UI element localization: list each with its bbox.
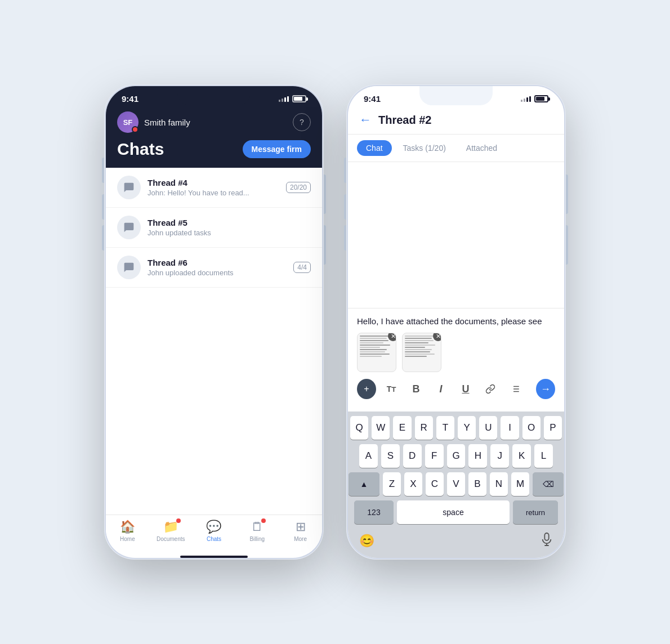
notch-1 <box>177 86 251 105</box>
thread-preview-4: John: Hello! You have to read... <box>148 189 279 197</box>
attachment-1: ✕ <box>357 333 396 372</box>
tab-attached[interactable]: Attached <box>457 140 506 156</box>
status-time-2: 9:41 <box>364 94 381 104</box>
keyboard-row-3: ▲ Z X C V B N M ⌫ <box>350 472 562 496</box>
thread-item-4[interactable]: Thread #4 John: Hello! You have to read.… <box>106 168 322 208</box>
svg-rect-6 <box>544 533 548 540</box>
thread-content-5: Thread #5 John updated tasks <box>148 218 311 237</box>
key-n[interactable]: N <box>490 472 508 496</box>
thread-badge-6: 4/4 <box>293 262 311 273</box>
thread-content-6: Thread #6 John uploaded documents <box>148 258 287 277</box>
status-time-1: 9:41 <box>122 94 139 104</box>
back-button[interactable]: ← <box>359 113 372 127</box>
key-j[interactable]: J <box>490 444 509 468</box>
thread-item-5[interactable]: Thread #5 John updated tasks <box>106 208 322 248</box>
tab-billing-label: Billing <box>249 536 265 542</box>
keyboard-row-2: A S D F G H J K L <box>350 444 562 468</box>
help-button[interactable]: ? <box>293 113 311 131</box>
tab-tasks[interactable]: Tasks (1/20) <box>394 140 455 156</box>
phone-1: 9:41 <box>104 84 324 560</box>
status-icons-1 <box>279 95 306 102</box>
avatar-status-dot <box>132 126 139 133</box>
tab-home[interactable]: 🏠 Home <box>106 520 149 542</box>
status-icons-2 <box>521 95 548 102</box>
chat-area <box>348 162 564 308</box>
keyboard-row-bottom: 123 space return <box>350 500 562 524</box>
key-u[interactable]: U <box>479 416 497 440</box>
text-format-button[interactable]: Tᴛ <box>382 379 401 399</box>
billing-icon: 🗒 <box>251 520 263 534</box>
key-f[interactable]: F <box>425 444 444 468</box>
bold-button[interactable]: B <box>407 379 426 399</box>
key-h[interactable]: H <box>468 444 487 468</box>
key-t[interactable]: T <box>436 416 454 440</box>
key-delete[interactable]: ⌫ <box>533 472 564 496</box>
home-icon: 🏠 <box>120 520 135 534</box>
battery-icon-1 <box>292 95 306 102</box>
key-return[interactable]: return <box>513 500 558 524</box>
keyboard-row-1: Q W E R T Y U I O P <box>350 416 562 440</box>
tab-chats-label: Chats <box>207 536 221 542</box>
key-r[interactable]: R <box>415 416 433 440</box>
key-a[interactable]: A <box>359 444 378 468</box>
microphone-button[interactable] <box>541 532 553 550</box>
attachment-2: ✕ <box>402 333 441 372</box>
thread-title-6: Thread #6 <box>148 258 287 267</box>
key-l[interactable]: L <box>534 444 553 468</box>
key-v[interactable]: V <box>447 472 465 496</box>
signal-icon-2 <box>521 96 531 102</box>
thread-icon-6 <box>117 256 141 279</box>
thread-header-title: Thread #2 <box>378 114 431 127</box>
key-i[interactable]: I <box>501 416 519 440</box>
attachment-close-1[interactable]: ✕ <box>388 333 396 341</box>
message-firm-button[interactable]: Message firm <box>243 140 311 158</box>
emoji-button[interactable]: 😊 <box>359 534 374 548</box>
attachment-close-2[interactable]: ✕ <box>433 333 441 341</box>
compose-toolbar: + Tᴛ B I U → <box>357 379 555 399</box>
key-b[interactable]: B <box>468 472 486 496</box>
list-button[interactable] <box>506 379 525 399</box>
compose-text[interactable]: Hello, I have attached the documents, pl… <box>357 315 555 327</box>
avatar-group: SF Smith family <box>117 111 190 133</box>
key-g[interactable]: G <box>447 444 466 468</box>
key-x[interactable]: X <box>404 472 422 496</box>
battery-icon-2 <box>534 95 548 102</box>
thread-header: ← Thread #2 <box>348 107 564 135</box>
thread-icon-5 <box>117 216 141 239</box>
tab-more[interactable]: ⊞ More <box>279 520 322 542</box>
thread-item-6[interactable]: Thread #6 John uploaded documents 4/4 <box>106 248 322 288</box>
notch-2 <box>419 86 493 105</box>
thread-preview-5: John updated tasks <box>148 229 311 237</box>
key-k[interactable]: K <box>512 444 531 468</box>
billing-notification-dot <box>261 518 266 523</box>
key-c[interactable]: C <box>426 472 444 496</box>
key-123[interactable]: 123 <box>354 500 394 524</box>
family-name: Smith family <box>144 118 190 127</box>
tab-documents[interactable]: 📁 Documents <box>149 520 193 542</box>
key-p[interactable]: P <box>544 416 562 440</box>
key-s[interactable]: S <box>381 444 400 468</box>
underline-button[interactable]: U <box>456 379 475 399</box>
key-m[interactable]: M <box>511 472 529 496</box>
tab-more-label: More <box>294 536 307 542</box>
key-e[interactable]: E <box>393 416 411 440</box>
key-y[interactable]: Y <box>458 416 476 440</box>
tab-billing[interactable]: 🗒 Billing <box>235 520 279 542</box>
page-title: Chats <box>117 140 164 159</box>
thread-list: Thread #4 John: Hello! You have to read.… <box>106 168 322 341</box>
italic-button[interactable]: I <box>431 379 450 399</box>
tab-chats[interactable]: 💬 Chats <box>193 520 236 542</box>
add-attachment-button[interactable]: + <box>357 379 376 399</box>
tab-chat[interactable]: Chat <box>357 140 392 156</box>
key-d[interactable]: D <box>403 444 422 468</box>
message-compose: Hello, I have attached the documents, pl… <box>348 308 564 412</box>
key-shift[interactable]: ▲ <box>349 472 379 496</box>
send-button[interactable]: → <box>536 379 555 399</box>
link-button[interactable] <box>481 379 500 399</box>
key-w[interactable]: W <box>372 416 390 440</box>
key-o[interactable]: O <box>522 416 541 440</box>
tab-bar: 🏠 Home 📁 Documents 💬 Chats 🗒 <box>106 515 322 553</box>
key-space[interactable]: space <box>397 500 510 524</box>
key-q[interactable]: Q <box>350 416 368 440</box>
key-z[interactable]: Z <box>383 472 401 496</box>
